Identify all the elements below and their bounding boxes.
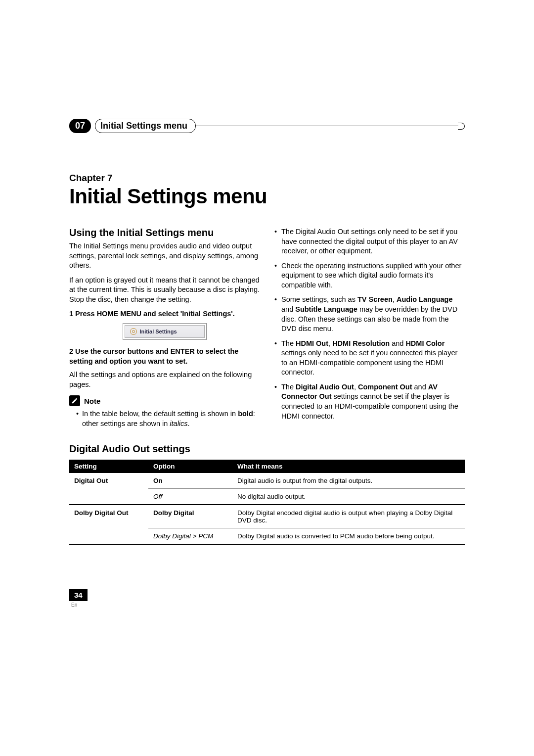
table-row: Dolby Digital Out Dolby Digital Dolby Di…: [69, 505, 465, 528]
rb5-strong-1: Digital Audio Out: [296, 383, 354, 391]
note-text-post: .: [188, 420, 190, 427]
note-text-pre: In the table below, the default setting …: [82, 410, 238, 418]
intro-paragraph-2: If an option is grayed out it means that…: [69, 276, 260, 305]
chapter-number-badge: 07: [69, 119, 91, 133]
screenshot-label: Initial Settings: [140, 329, 177, 334]
rb3-strong-2: Audio Language: [397, 295, 453, 303]
disc-icon: [130, 328, 137, 335]
section-heading-digital-audio-out: Digital Audio Out settings: [69, 443, 465, 455]
rb4-strong-3: HDMI Color: [405, 339, 445, 347]
left-column: Using the Initial Settings menu The Init…: [69, 227, 260, 428]
cell-setting: Dolby Digital Out: [69, 505, 148, 544]
step-2: 2 Use the cursor buttons and ENTER to se…: [69, 347, 260, 366]
note-label: Note: [84, 397, 100, 405]
cell-option: Off: [148, 489, 232, 505]
step-1: 1 Press HOME MENU and select 'Initial Se…: [69, 309, 260, 319]
header-rule: [195, 126, 458, 127]
right-bullet-4: The HDMI Out, HDMI Resolution and HDMI C…: [274, 339, 465, 378]
right-bullet-3: Some settings, such as TV Screen, Audio …: [274, 295, 465, 333]
cell-setting: Digital Out: [69, 473, 148, 505]
note-heading: Note: [69, 395, 260, 406]
right-bullet-2: Check the operating instructions supplie…: [274, 261, 465, 290]
right-bullet-5: The Digital Audio Out, Component Out and…: [274, 382, 465, 421]
cell-option: On: [148, 473, 232, 489]
th-setting: Setting: [69, 460, 148, 473]
chapter-title: Initial Settings menu: [69, 185, 465, 208]
after-step-2: All the settings and options are explain…: [69, 370, 260, 389]
page-language: En: [69, 602, 88, 608]
rb3-c1: ,: [393, 295, 397, 303]
right-column: The Digital Audio Out settings only need…: [274, 227, 465, 428]
rb5-c1: ,: [354, 383, 358, 391]
header-endcap: [458, 123, 465, 130]
rb4-strong-1: HDMI Out: [296, 339, 328, 347]
rb4-strong-2: HDMI Resolution: [332, 339, 390, 347]
table-row: Digital Out On Digital audio is output f…: [69, 473, 465, 489]
cell-meaning: Dolby Digital encoded digital audio is o…: [232, 505, 465, 528]
cell-option: Dolby Digital > PCM: [148, 528, 232, 545]
rb4-pre: The: [281, 339, 296, 347]
section-heading-using: Using the Initial Settings menu: [69, 227, 260, 238]
rb3-pre: Some settings, such as: [281, 295, 357, 303]
note-bullet: In the table below, the default setting …: [76, 409, 260, 428]
intro-paragraph-1: The Initial Settings menu provides audio…: [69, 241, 260, 271]
cell-meaning: No digital audio output.: [232, 489, 465, 505]
rb3-strong-3: Subtitle Language: [295, 305, 357, 313]
rb4-c2: and: [390, 339, 405, 347]
note-italic-word: italics: [170, 420, 187, 427]
chapter-label: Chapter 7: [69, 173, 465, 184]
cell-option: Dolby Digital: [148, 505, 232, 528]
page-footer: 34 En: [69, 589, 88, 608]
running-header: 07 Initial Settings menu: [69, 119, 465, 133]
note-bold-word: bold: [238, 410, 253, 418]
cell-meaning: Dolby Digital audio is converted to PCM …: [232, 528, 465, 545]
rb5-strong-2: Component Out: [358, 383, 412, 391]
rb4-c1: ,: [328, 339, 332, 347]
rb5-c2: and: [412, 383, 428, 391]
rb4-post: settings only need to be set if you conn…: [281, 349, 457, 376]
ui-screenshot-initial-settings: Initial Settings: [123, 323, 207, 340]
rb3-strong-1: TV Screen: [357, 295, 393, 303]
settings-table: Setting Option What it means Digital Out…: [69, 460, 465, 545]
cell-meaning: Digital audio is output from the digital…: [232, 473, 465, 489]
rb3-c2: and: [281, 305, 295, 313]
page-number: 34: [69, 589, 88, 601]
table-header-row: Setting Option What it means: [69, 460, 465, 473]
rb5-pre: The: [281, 383, 296, 391]
running-title: Initial Settings menu: [95, 119, 196, 133]
th-option: Option: [148, 460, 232, 473]
pencil-icon: [69, 395, 80, 406]
right-bullet-1: The Digital Audio Out settings only need…: [274, 227, 465, 256]
th-meaning: What it means: [232, 460, 465, 473]
